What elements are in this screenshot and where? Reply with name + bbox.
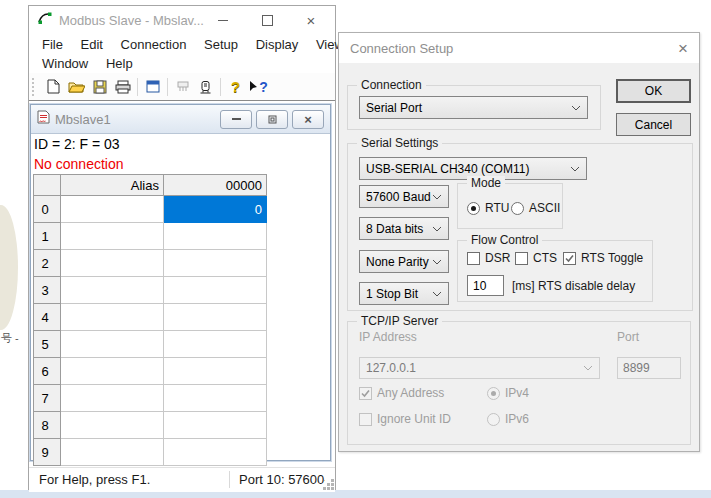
value-cell[interactable] [164, 223, 267, 250]
tcpip-server-group: TCP/IP Server IP Address 127.0.0.1 Port … [347, 321, 691, 445]
help-button[interactable]: ? [224, 76, 247, 97]
alias-cell[interactable] [61, 331, 164, 358]
read-definition-button[interactable] [171, 76, 194, 97]
ignore-unit-id-label: Ignore Unit ID [377, 412, 451, 426]
any-address-label: Any Address [377, 386, 444, 400]
child-close-button[interactable]: × [292, 110, 324, 129]
flow-control-group-label: Flow Control [467, 233, 542, 247]
radio-icon [487, 413, 500, 426]
resize-grip[interactable] [331, 487, 334, 490]
connection-type-select[interactable]: Serial Port [359, 96, 588, 119]
row-header: 9 [34, 439, 61, 466]
value-cell[interactable] [164, 331, 267, 358]
save-icon [93, 80, 107, 94]
value-cell[interactable] [164, 358, 267, 385]
menu-file[interactable]: File [35, 35, 70, 54]
cts-checkbox[interactable]: CTS [515, 251, 557, 265]
ipv4-radio-label: IPv4 [505, 386, 529, 400]
rts-delay-value: 10 [473, 279, 486, 293]
menu-window[interactable]: Window [35, 54, 95, 73]
row-header: 7 [34, 385, 61, 412]
new-file-button[interactable] [42, 76, 65, 97]
data-bits-value: 8 Data bits [366, 222, 423, 236]
value-cell[interactable] [164, 304, 267, 331]
alias-cell[interactable] [61, 358, 164, 385]
child-restore-button[interactable] [256, 110, 288, 129]
row-header: 4 [34, 304, 61, 331]
document-icon [37, 110, 50, 128]
table-row: 7 [34, 385, 267, 412]
value-cell[interactable] [164, 277, 267, 304]
minimize-button[interactable] [201, 6, 245, 34]
menu-edit[interactable]: Edit [74, 35, 110, 54]
ipv4-radio: IPv4 [487, 386, 529, 400]
data-bits-select[interactable]: 8 Data bits [359, 217, 449, 240]
close-button[interactable]: × [289, 6, 333, 34]
mode-group: Mode RTU ASCII [457, 183, 563, 229]
print-button[interactable] [111, 76, 134, 97]
alias-cell[interactable] [61, 304, 164, 331]
chevron-down-icon [432, 291, 442, 297]
row-header: 1 [34, 223, 61, 250]
value-cell[interactable] [164, 439, 267, 466]
table-row: 0 0 [34, 196, 267, 223]
row-header: 8 [34, 412, 61, 439]
app-icon [37, 11, 53, 29]
baud-rate-select[interactable]: 57600 Baud [359, 185, 449, 208]
window-title: Modbus Slave - Mbslav... [59, 13, 204, 28]
value-cell-selected[interactable]: 0 [164, 196, 267, 223]
row-header: 5 [34, 331, 61, 358]
communication-button[interactable] [194, 76, 217, 97]
ok-button[interactable]: OK [616, 79, 691, 103]
menu-help[interactable]: Help [99, 54, 140, 73]
alias-cell[interactable] [61, 412, 164, 439]
display-setup-button[interactable] [141, 76, 164, 97]
toolbar-separator [137, 78, 138, 96]
rts-delay-input[interactable]: 10 [467, 275, 504, 296]
baud-rate-value: 57600 Baud [366, 190, 431, 204]
alias-cell[interactable] [61, 223, 164, 250]
dialog-title: Connection Setup [350, 41, 666, 56]
chevron-down-icon [432, 259, 442, 265]
alias-cell[interactable] [61, 439, 164, 466]
table-row: 4 [34, 304, 267, 331]
tcpip-group-label: TCP/IP Server [357, 314, 442, 328]
menu-setup[interactable]: Setup [197, 35, 245, 54]
alias-cell[interactable] [61, 250, 164, 277]
ascii-radio[interactable]: ASCII [511, 201, 560, 215]
value-cell[interactable] [164, 250, 267, 277]
chevron-down-icon [570, 166, 580, 172]
toolbar-gripper[interactable] [32, 78, 37, 96]
serial-settings-group: Serial Settings USB-SERIAL CH340 (COM11)… [347, 143, 693, 311]
parity-select[interactable]: None Parity [359, 250, 449, 273]
value-cell[interactable] [164, 412, 267, 439]
table-row: 9 [34, 439, 267, 466]
dialog-close-button[interactable]: × [666, 40, 688, 57]
alias-cell[interactable] [61, 196, 164, 223]
menu-bar: File Edit Connection Setup Display View … [29, 34, 335, 73]
ip-address-value: 127.0.0.1 [366, 361, 416, 375]
menu-connection[interactable]: Connection [114, 35, 194, 54]
stop-bits-select[interactable]: 1 Stop Bit [359, 282, 449, 305]
maximize-button[interactable] [245, 6, 289, 34]
context-help-button[interactable]: ? [247, 76, 270, 97]
dialog-titlebar[interactable]: Connection Setup × [339, 33, 699, 63]
status-port-info: Port 10: 57600-8 [239, 468, 325, 491]
ok-button-label: OK [645, 84, 662, 98]
cancel-button[interactable]: Cancel [616, 113, 691, 136]
rtu-radio[interactable]: RTU [467, 201, 509, 215]
chevron-down-icon [583, 365, 593, 371]
display-setup-icon [146, 80, 160, 93]
rts-toggle-checkbox[interactable]: RTS Toggle [563, 251, 643, 265]
child-titlebar[interactable]: Mbslave1 × [31, 105, 330, 134]
alias-cell[interactable] [61, 277, 164, 304]
dsr-checkbox[interactable]: DSR [467, 251, 510, 265]
open-file-button[interactable] [65, 76, 88, 97]
value-cell[interactable] [164, 385, 267, 412]
menu-display[interactable]: Display [249, 35, 306, 54]
grid-corner-cell [34, 175, 61, 196]
child-minimize-button[interactable] [220, 110, 252, 129]
save-button[interactable] [88, 76, 111, 97]
tcp-port-input: 8899 [617, 357, 681, 379]
alias-cell[interactable] [61, 385, 164, 412]
